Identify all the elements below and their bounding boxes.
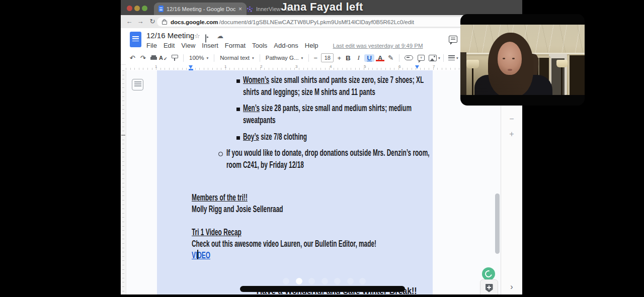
- chevron-down-icon: ▾: [252, 56, 254, 60]
- video-link[interactable]: VIDEO: [192, 250, 210, 260]
- insert-link-button[interactable]: [405, 55, 413, 60]
- italic-button[interactable]: I: [353, 54, 364, 62]
- back-icon[interactable]: ←: [125, 18, 134, 25]
- circle-bullet: [218, 152, 223, 156]
- insert-comment-button[interactable]: +: [418, 55, 425, 61]
- google-docs-logo[interactable]: [130, 32, 141, 47]
- font-size-increase-button[interactable]: +: [336, 54, 343, 62]
- highlight-button[interactable]: ✎: [385, 54, 396, 62]
- status-spinner-badge: [482, 267, 495, 280]
- menu-edit[interactable]: Edit: [164, 42, 175, 49]
- explore-button[interactable]: [480, 279, 498, 294]
- slide-dot: [283, 278, 289, 284]
- document-title[interactable]: 12/16 Meeting: [146, 31, 194, 40]
- doc-line: shirts and leggings; size M shirts and 1…: [243, 87, 375, 97]
- reload-icon[interactable]: ↻: [148, 18, 157, 25]
- last-edit-link[interactable]: Last edit was yesterday at 9:49 PM: [333, 43, 423, 49]
- insert-image-button[interactable]: [429, 55, 437, 61]
- chevron-right-icon[interactable]: ›: [501, 282, 522, 291]
- menu-bar: File Edit View Insert Format Tools Add-o…: [146, 42, 423, 49]
- slide-dot: [359, 278, 366, 284]
- square-bullet: [236, 79, 240, 83]
- scrollbar-thumb[interactable]: [495, 193, 500, 254]
- menu-view[interactable]: View: [181, 42, 195, 49]
- ruler-number: 2: [260, 64, 262, 69]
- doc-line: Check out this awesome video Lauren, our…: [192, 239, 376, 249]
- square-bullet: [236, 108, 240, 111]
- url-host: docs.google.com: [171, 19, 218, 25]
- text-cursor: [197, 250, 198, 259]
- print-button[interactable]: [150, 55, 157, 61]
- font-size-decrease-button[interactable]: −: [312, 54, 319, 62]
- ruler-number: 7: [433, 64, 435, 69]
- undo-button[interactable]: ↶: [127, 54, 138, 62]
- ruler-number: 1: [155, 64, 157, 69]
- slide-dot: [321, 278, 328, 284]
- doc-line: If you would like to donate, drop donati…: [226, 148, 429, 158]
- chevron-down-icon[interactable]: ▾: [456, 56, 458, 60]
- menu-addons[interactable]: Add-ons: [274, 42, 298, 49]
- square-bullet: [236, 136, 240, 140]
- menu-file[interactable]: File: [146, 42, 157, 49]
- document-outline-button[interactable]: [132, 79, 143, 90]
- left-indent-marker[interactable]: [189, 65, 193, 69]
- ruler-number: 5: [364, 64, 366, 69]
- ruler-number: 6: [398, 64, 400, 69]
- webcam-video: [460, 25, 585, 95]
- doc-line: Boy’s size 7/8 clothing: [243, 132, 307, 142]
- chevron-down-icon: ▾: [301, 56, 303, 60]
- doc-line: Women’s size small shirts and pants size…: [243, 75, 424, 85]
- doc-line: room C241, by Friday 12/18: [226, 160, 304, 170]
- slide-dot: [308, 278, 315, 284]
- underline-button[interactable]: U: [364, 54, 374, 62]
- zoom-select[interactable]: 100%▾: [187, 55, 211, 61]
- slide-dot: [334, 278, 341, 284]
- doc-heading: Members of the tri!!: [192, 192, 248, 203]
- doc-line: sweatpants: [243, 115, 276, 125]
- menu-insert[interactable]: Insert: [202, 42, 218, 49]
- add-panel-icon[interactable]: +: [501, 130, 522, 139]
- align-button[interactable]: [448, 55, 455, 60]
- forward-icon[interactable]: →: [136, 18, 145, 25]
- url-path: /document/d/1gSBLNEwCAZTW8UPyLpkm9UsMf14…: [219, 19, 414, 25]
- ruler-number: 1: [224, 64, 226, 69]
- font-select[interactable]: Pathway G...▾: [263, 55, 306, 61]
- check-icon: ✓: [164, 56, 168, 61]
- styles-select[interactable]: Normal text▾: [217, 55, 257, 61]
- comment-history-icon[interactable]: [449, 36, 457, 43]
- right-indent-marker[interactable]: [415, 65, 419, 69]
- collapse-icon[interactable]: −: [501, 115, 522, 124]
- menu-help[interactable]: Help: [305, 42, 318, 49]
- participant-left-notification: Jana Fayad left: [0, 1, 644, 14]
- video-call-screen: 12/16 Meeting - Google Docs × InnerView …: [0, 0, 644, 297]
- slide-dot: [347, 278, 354, 284]
- cloud-saved-icon: ☁: [217, 33, 223, 39]
- ruler-number: 4: [330, 64, 332, 69]
- chevron-down-icon: ▾: [206, 56, 208, 60]
- menu-format[interactable]: Format: [225, 42, 246, 49]
- lock-icon: [162, 21, 167, 25]
- doc-line: Men’s size 28 pants, size small and medi…: [243, 103, 412, 113]
- doc-line: Molly Rigg and Josie Sellenraad: [192, 204, 283, 214]
- spellcheck-button[interactable]: A✓: [159, 55, 169, 61]
- vignette: [460, 25, 585, 95]
- bold-button[interactable]: B: [343, 54, 353, 62]
- vertical-ruler: [121, 70, 126, 294]
- paint-format-button[interactable]: [172, 55, 178, 61]
- overlay-control-bar: [240, 286, 405, 292]
- slide-dot-active: [296, 278, 302, 284]
- address-bar[interactable]: docs.google.com /document/d/1gSBLNEwCAZT…: [157, 17, 469, 27]
- doc-heading: Tri 1 Video Recap: [192, 227, 242, 237]
- star-icon[interactable]: ☆: [194, 33, 200, 39]
- menu-tools[interactable]: Tools: [252, 42, 267, 49]
- text-color-button[interactable]: A: [375, 54, 385, 62]
- explore-icon: [486, 284, 493, 292]
- ruler-number: 3: [295, 64, 297, 69]
- chevron-down-icon[interactable]: ▾: [438, 56, 440, 60]
- font-size-field[interactable]: 18: [321, 53, 334, 62]
- redo-button[interactable]: ↷: [138, 54, 148, 62]
- participant-video-tile: [460, 14, 585, 106]
